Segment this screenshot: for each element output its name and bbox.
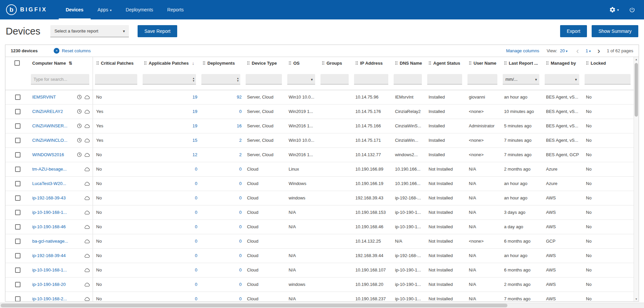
computer-name-link[interactable]: tm-AZU-besage... xyxy=(32,167,75,172)
drag-handle-icon[interactable] xyxy=(247,61,250,65)
column-header-applicable-patches[interactable]: Applicable Patches ↓ xyxy=(141,57,199,69)
drag-handle-icon[interactable] xyxy=(429,61,431,65)
applicable-patches-filter[interactable] xyxy=(143,74,196,84)
column-header-computer-name[interactable]: Computer Name ⇅ xyxy=(29,57,93,69)
nav-item-deployments[interactable]: Deployments xyxy=(119,0,160,19)
applicable-patches-link[interactable]: 0 xyxy=(195,167,197,172)
nav-item-devices[interactable]: Devices xyxy=(59,0,91,19)
vertical-scrollbar-thumb[interactable] xyxy=(635,63,638,117)
page-size-dropdown[interactable]: 20▾ xyxy=(560,48,567,53)
nav-item-reports[interactable]: Reports xyxy=(160,0,191,19)
drag-handle-icon[interactable] xyxy=(546,61,549,65)
deployments-link[interactable]: 0 xyxy=(239,224,242,229)
computer-name-link[interactable]: ip-10-190-168-1... xyxy=(32,267,75,272)
stepper-down-icon[interactable]: ▾ xyxy=(193,79,194,82)
favorite-report-select[interactable]: Select a favorite report ▾ xyxy=(50,25,129,37)
column-header-locked[interactable]: Locked xyxy=(583,57,634,69)
critical-patches-filter[interactable] xyxy=(95,74,138,84)
row-checkbox[interactable] xyxy=(15,181,20,186)
column-header-device-type[interactable]: Device Type xyxy=(244,57,285,69)
deployments-link[interactable]: 0 xyxy=(239,210,242,215)
device-type-filter[interactable] xyxy=(246,74,282,84)
select-all-checkbox[interactable] xyxy=(14,60,20,66)
computer-name-link[interactable]: ip-10-190-168-1... xyxy=(32,210,75,215)
locked-filter[interactable] xyxy=(585,74,631,84)
deployments-link[interactable]: 0 xyxy=(239,239,242,244)
dns-name-filter[interactable] xyxy=(394,74,422,84)
applicable-patches-link[interactable]: 19 xyxy=(193,109,197,114)
row-checkbox[interactable] xyxy=(15,253,20,258)
scroll-down-icon[interactable]: ▼ xyxy=(634,298,639,301)
applicable-patches-link[interactable]: 0 xyxy=(195,195,197,200)
deployments-link[interactable]: 0 xyxy=(239,167,242,172)
row-checkbox[interactable] xyxy=(15,195,20,201)
row-checkbox[interactable] xyxy=(15,282,20,287)
column-header-last-report[interactable]: Last Report ... xyxy=(501,57,543,69)
user-name-filter[interactable] xyxy=(467,74,497,84)
computer-name-filter[interactable] xyxy=(31,74,89,84)
save-report-button[interactable]: Save Report xyxy=(138,25,177,37)
previous-page-button[interactable]: ‹ xyxy=(575,47,580,55)
row-checkbox[interactable] xyxy=(15,138,20,143)
computer-name-link[interactable]: CINZIAWINSER... xyxy=(32,123,75,128)
drag-handle-icon[interactable] xyxy=(355,61,358,65)
row-checkbox[interactable] xyxy=(15,296,20,302)
chevron-down-icon[interactable]: ▾ xyxy=(535,77,537,81)
applicable-patches-link[interactable]: 19 xyxy=(193,95,197,100)
computer-name-link[interactable]: ip-10-190-168-20 xyxy=(32,282,75,287)
row-checkbox[interactable] xyxy=(15,95,20,100)
column-header-critical-patches[interactable]: Critical Patches xyxy=(93,57,141,69)
applicable-patches-link[interactable]: 0 xyxy=(195,267,197,272)
applicable-patches-link[interactable]: 0 xyxy=(195,253,197,258)
deployments-link[interactable]: 0 xyxy=(239,282,242,287)
manage-columns-link[interactable]: Manage columns xyxy=(506,48,539,53)
column-header-dns-name[interactable]: DNS Name xyxy=(392,57,425,69)
applicable-patches-link[interactable]: 0 xyxy=(195,210,197,215)
chevron-down-icon[interactable]: ▾ xyxy=(575,77,577,81)
row-checkbox[interactable] xyxy=(15,109,20,114)
row-checkbox[interactable] xyxy=(15,267,20,273)
computer-name-link[interactable]: ip-10-190-168-2... xyxy=(32,296,75,301)
ip-address-filter[interactable] xyxy=(354,74,388,84)
computer-name-link[interactable]: ba-gcl-nativeage... xyxy=(32,239,75,244)
drag-handle-icon[interactable] xyxy=(586,61,589,65)
deployments-link[interactable]: 0 xyxy=(239,253,242,258)
drag-handle-icon[interactable] xyxy=(289,61,291,65)
row-checkbox[interactable] xyxy=(15,167,20,172)
drag-handle-icon[interactable] xyxy=(96,61,99,65)
last-report-date-filter[interactable] xyxy=(503,74,539,84)
page-number-dropdown[interactable]: 1▾ xyxy=(586,48,591,53)
horizontal-scrollbar-thumb[interactable] xyxy=(1,304,507,307)
groups-filter[interactable] xyxy=(320,74,349,84)
row-checkbox[interactable] xyxy=(15,152,20,158)
computer-name-link[interactable]: LucaTest3-W20... xyxy=(32,181,75,186)
computer-name-link[interactable]: ip-192-168-39-43 xyxy=(32,195,75,200)
drag-handle-icon[interactable] xyxy=(144,61,147,65)
deployments-link[interactable]: 0 xyxy=(239,195,242,200)
deployments-link[interactable]: 2 xyxy=(239,138,242,143)
drag-handle-icon[interactable] xyxy=(203,61,205,65)
stepper-down-icon[interactable]: ▾ xyxy=(237,79,239,82)
computer-name-link[interactable]: CINZIARELAY2 xyxy=(32,109,75,114)
deployments-link[interactable]: 0 xyxy=(239,181,242,186)
drag-handle-icon[interactable] xyxy=(504,61,507,65)
settings-menu[interactable]: ▾ xyxy=(609,6,619,13)
computer-name-link[interactable]: IEMSRVINT xyxy=(32,95,75,100)
drag-handle-icon[interactable] xyxy=(395,61,398,65)
deployments-filter[interactable] xyxy=(201,74,240,84)
drag-handle-icon[interactable] xyxy=(322,61,325,65)
computer-name-link[interactable]: CINZIAWINCLO... xyxy=(32,138,75,143)
deployments-link[interactable]: 0 xyxy=(239,296,242,301)
computer-name-link[interactable]: WINDOWS2016 xyxy=(32,152,75,157)
column-header-user-name[interactable]: User Name xyxy=(465,57,501,69)
managed-by-filter[interactable] xyxy=(545,74,579,84)
applicable-patches-link[interactable]: 0 xyxy=(195,239,197,244)
deployments-link[interactable]: 2 xyxy=(239,152,242,157)
applicable-patches-link[interactable]: 0 xyxy=(195,296,197,301)
column-header-os[interactable]: OS xyxy=(285,57,318,69)
row-checkbox[interactable] xyxy=(15,123,20,129)
next-page-button[interactable]: › xyxy=(596,47,601,55)
column-header-ip-address[interactable]: IP Address xyxy=(352,57,392,69)
computer-name-link[interactable]: ip-192-168-39-44 xyxy=(32,253,75,258)
deployments-link[interactable]: 16 xyxy=(237,123,242,128)
